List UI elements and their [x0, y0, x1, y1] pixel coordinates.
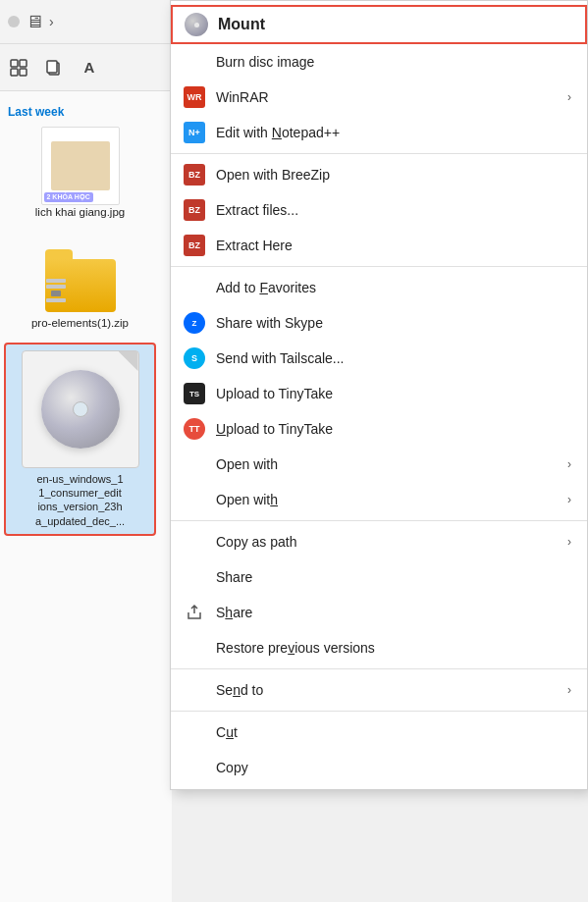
menu-item-skype[interactable]: S Send with Tailscale... [171, 341, 587, 376]
menu-item-burn[interactable]: Burn disc image [171, 44, 587, 80]
svg-rect-1 [20, 60, 27, 67]
layout-icon[interactable] [8, 57, 29, 79]
menu-item-copyaspath[interactable]: Share [171, 559, 587, 595]
menu-label-winrar: WinRAR [216, 89, 560, 105]
monitor-icon: 🖥 [26, 12, 43, 32]
menu-label-copy: Copy [216, 760, 571, 775]
menu-item-favorites[interactable]: Add to Favorites [171, 270, 587, 305]
close-button[interactable] [8, 16, 20, 27]
menu-item-tailscale[interactable]: TS Upload to TinyTake [171, 376, 587, 411]
menu-label-7zip: Open with [216, 456, 560, 472]
burn-icon [183, 50, 206, 74]
toolbar: A [0, 44, 172, 91]
iso-file-corner [119, 351, 138, 371]
zalo-icon: Z [183, 311, 206, 335]
zip-lines [45, 279, 67, 302]
zip-icon [41, 238, 120, 316]
menu-label-sendto: Send to [216, 682, 560, 698]
menu-item-winrar[interactable]: WR WinRAR › [171, 80, 587, 115]
menu-label-extract-here: Extract Here [216, 238, 571, 253]
zip-folder-body [45, 259, 116, 312]
restore-underline-v: v [288, 640, 294, 656]
menu-label-giveaccess: Copy as path [216, 534, 560, 550]
extract-files-icon: BZ [183, 198, 206, 222]
mount-disc-icon [185, 13, 208, 36]
winrar-arrow: › [567, 90, 571, 104]
iso-disc [41, 370, 120, 449]
menu-item-tinytake[interactable]: TT Upload to TinyTake [171, 411, 587, 447]
section-label-last-week: Last week [4, 99, 168, 121]
menu-item-mount[interactable]: Mount [171, 5, 587, 44]
menu-item-breezip[interactable]: BZ Open with BreeZip [171, 157, 587, 192]
restore-icon [183, 636, 206, 660]
iso-icon-wrapper [22, 350, 139, 468]
openwith-underline-h: h [270, 492, 278, 507]
menu-label-burn: Burn disc image [216, 54, 571, 70]
extract-files-icon-box: BZ [184, 199, 205, 221]
breezip-icon-box: BZ [184, 164, 205, 186]
extract-here-icon: BZ [183, 234, 206, 257]
menu-item-7zip[interactable]: Open with › [171, 447, 587, 482]
zip-pull [51, 291, 61, 296]
file-item-jpg[interactable]: 2 KHÓA HỌC lich khai giang.jpg [4, 121, 156, 226]
jpg-preview: 2 KHÓA HỌC [51, 141, 110, 190]
menu-label-skype: Send with Tailscale... [216, 350, 571, 366]
zip-line [46, 279, 66, 283]
menu-label-extract-files: Extract files... [216, 202, 571, 218]
iso-filename: en-us_windows_11_consumer_editions_versi… [35, 472, 125, 528]
giveaccess-arrow: › [567, 535, 571, 549]
breadcrumb-chevron: › [49, 14, 54, 29]
file-item-iso[interactable]: en-us_windows_11_consumer_editions_versi… [4, 343, 156, 536]
menu-item-notepad[interactable]: N+ Edit with Notepad++ [171, 115, 587, 150]
breezip-icon: BZ [183, 163, 206, 186]
menu-item-giveaccess[interactable]: Copy as path › [171, 524, 587, 559]
winrar-icon: WR [183, 85, 206, 109]
openwith-arrow: › [567, 493, 571, 506]
menu-label-openwith: Open with [216, 492, 560, 507]
copyaspath-icon [183, 565, 206, 589]
menu-item-share[interactable]: Share [171, 595, 587, 630]
extract-here-icon-box: BZ [184, 235, 205, 256]
context-menu: Mount Burn disc image WR WinRAR › N+ Edi… [170, 0, 588, 790]
favorites-icon [183, 276, 206, 299]
menu-item-openwith[interactable]: Open with › [171, 482, 587, 517]
zip-line [46, 298, 66, 302]
tinytake-underline-u: U [216, 421, 226, 437]
share-underline-h: h [225, 605, 233, 620]
sendto-underline-n: n [233, 682, 241, 698]
separator-5 [171, 711, 587, 712]
cut-icon [183, 720, 206, 744]
copy-icon-menu [183, 756, 206, 779]
7zip-arrow: › [567, 457, 571, 471]
menu-label-restore: Restore previous versions [216, 640, 571, 656]
menu-label-breezip: Open with BreeZip [216, 167, 571, 183]
share-icon [183, 601, 206, 624]
menu-label-notepad: Edit with Notepad++ [216, 125, 571, 140]
file-item-zip[interactable]: pro-elements(1).zip [4, 232, 156, 337]
jpg-icon: 2 KHÓA HỌC [41, 127, 120, 205]
menu-item-copy[interactable]: Copy [171, 750, 587, 785]
jpg-filename: lich khai giang.jpg [35, 205, 125, 220]
menu-label-share: Share [216, 605, 571, 620]
menu-item-restore[interactable]: Restore previous versions [171, 630, 587, 665]
notepad-underline-n: N [272, 125, 282, 140]
winrar-icon-box: WR [184, 86, 205, 108]
menu-item-cut[interactable]: Cut [171, 715, 587, 750]
file-area: Last week 2 KHÓA HỌC lich khai giang.jpg… [0, 91, 172, 902]
menu-item-zalo[interactable]: Z Share with Skype [171, 305, 587, 341]
iso-disc-hole [73, 401, 88, 417]
zip-filename: pro-elements(1).zip [31, 316, 129, 331]
sendto-arrow: › [567, 683, 571, 697]
mount-disc-hole [194, 23, 199, 27]
svg-rect-5 [47, 61, 57, 73]
menu-item-extract-files[interactable]: BZ Extract files... [171, 192, 587, 228]
notepad-icon: N+ [183, 121, 206, 144]
zalo-icon-box: Z [184, 312, 205, 334]
tinytake-icon: TT [183, 417, 206, 441]
font-icon[interactable]: A [79, 57, 100, 79]
menu-label-tinytake: Upload to TinyTake [216, 421, 571, 437]
copy-icon[interactable] [43, 57, 65, 79]
menu-item-sendto[interactable]: Send to › [171, 672, 587, 708]
menu-item-extract-here[interactable]: BZ Extract Here [171, 228, 587, 263]
separator-1 [171, 153, 587, 154]
